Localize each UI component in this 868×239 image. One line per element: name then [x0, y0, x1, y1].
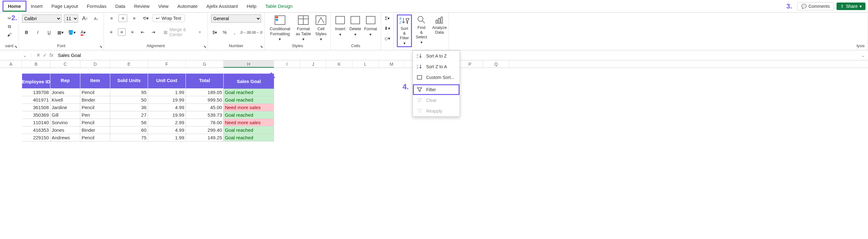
tab-automate[interactable]: Automate: [173, 2, 202, 11]
cell-empty[interactable]: [0, 119, 22, 127]
col-header-E[interactable]: E: [110, 60, 148, 68]
col-header-G[interactable]: G: [186, 60, 224, 68]
fill-button[interactable]: ⬇▾: [383, 25, 392, 32]
format-painter-button[interactable]: 🖌: [5, 31, 14, 38]
collapse-ribbon-button[interactable]: ⌄: [862, 42, 866, 47]
currency-button[interactable]: $▾: [211, 29, 219, 36]
cell-rep[interactable]: Andrews: [51, 134, 80, 141]
header-item[interactable]: Item: [80, 74, 110, 89]
align-bottom-button[interactable]: ≡: [130, 14, 138, 22]
cell-empty[interactable]: [0, 74, 22, 89]
sort-az-item[interactable]: AZ Sort A to Z: [413, 50, 460, 61]
share-button[interactable]: ⇪ Share ▾: [837, 2, 866, 10]
name-box[interactable]: [3, 52, 21, 59]
cell-goal[interactable]: Goal reached: [224, 89, 274, 96]
tab-insert[interactable]: Insert: [27, 2, 47, 11]
cell-goal[interactable]: Need more sales: [224, 104, 274, 111]
align-right-button[interactable]: ≡: [128, 28, 136, 36]
increase-decimal-button[interactable]: .0→.00: [241, 29, 250, 36]
cell-rep[interactable]: Jardine: [51, 104, 80, 111]
cell-cost[interactable]: 4.99: [148, 127, 186, 134]
cell-total[interactable]: 189.05: [186, 89, 224, 96]
tab-formulas[interactable]: Formulas: [82, 2, 111, 11]
cell-empty[interactable]: [0, 89, 22, 96]
font-color-button[interactable]: A▾: [79, 29, 88, 36]
cell-item[interactable]: Pencil: [80, 104, 110, 111]
borders-button[interactable]: ▦▾: [56, 29, 65, 36]
cell-rep[interactable]: Jones: [51, 127, 80, 134]
font-name-select[interactable]: Calibri: [22, 14, 61, 23]
cell-emp-id[interactable]: 229150: [22, 134, 51, 141]
col-header-Q[interactable]: Q: [483, 60, 509, 68]
tab-help[interactable]: Help: [242, 2, 261, 11]
insert-cells-button[interactable]: Insert▾: [334, 14, 346, 37]
align-center-button[interactable]: ≡: [118, 28, 126, 36]
cell-item[interactable]: Binder: [80, 127, 110, 134]
header-sales-goal[interactable]: Sales Goal: [224, 74, 274, 89]
clear-button[interactable]: ◇▾: [383, 35, 392, 42]
analyze-data-button[interactable]: Analyze Data: [431, 14, 448, 35]
col-header-D[interactable]: D: [80, 60, 110, 68]
cell-total[interactable]: 999.50: [186, 96, 224, 104]
cancel-formula-button[interactable]: ✕: [36, 52, 40, 58]
cell-item[interactable]: Pen: [80, 111, 110, 119]
cell-emp-id[interactable]: 416353: [22, 127, 51, 134]
fx-button[interactable]: fx: [50, 53, 53, 58]
cell-sold[interactable]: 95: [110, 89, 148, 96]
cell-cost[interactable]: 19.99: [148, 111, 186, 119]
cell-emp-id[interactable]: 350369: [22, 111, 51, 119]
cell-item[interactable]: Pencil: [80, 134, 110, 141]
col-header-H[interactable]: H: [224, 60, 274, 68]
custom-sort-item[interactable]: Custom Sort...: [413, 72, 460, 83]
cell-rep[interactable]: Gill: [51, 111, 80, 119]
tab-home[interactable]: Home: [2, 1, 27, 12]
col-header-F[interactable]: F: [148, 60, 186, 68]
cell-empty[interactable]: [0, 127, 22, 134]
name-box-chevron[interactable]: ⌄: [23, 53, 27, 58]
header-total[interactable]: Total: [186, 74, 224, 89]
format-as-table-button[interactable]: Format as Table▾: [295, 14, 312, 42]
cell-cost[interactable]: 2.99: [148, 119, 186, 127]
cell-total[interactable]: 539.73: [186, 111, 224, 119]
tab-review[interactable]: Review: [130, 2, 154, 11]
font-size-select[interactable]: 11: [64, 14, 78, 23]
decrease-font-button[interactable]: A↓: [92, 15, 100, 22]
cell-cost[interactable]: 1.99: [148, 89, 186, 96]
decrease-decimal-button[interactable]: .00→.0: [252, 29, 261, 36]
cell-emp-id[interactable]: 139708: [22, 89, 51, 96]
align-left-button[interactable]: ≡: [107, 28, 115, 36]
col-header-P[interactable]: P: [457, 60, 483, 68]
col-header-B[interactable]: B: [22, 60, 51, 68]
alignment-dialog-launcher[interactable]: ⬊: [204, 45, 206, 49]
cell-goal[interactable]: Goal reached: [224, 111, 274, 119]
cell-styles-button[interactable]: Cell Styles▾: [315, 14, 327, 42]
cell-cost[interactable]: 1.99: [148, 134, 186, 141]
cell-sold[interactable]: 75: [110, 134, 148, 141]
comma-button[interactable]: ,: [231, 29, 239, 36]
align-middle-button[interactable]: ≡: [118, 14, 127, 22]
cell-sold[interactable]: 36: [110, 104, 148, 111]
header-unit-cost[interactable]: Unit Cost: [148, 74, 186, 89]
cell-emp-id[interactable]: 110140: [22, 119, 51, 127]
cell-sold[interactable]: 27: [110, 111, 148, 119]
percent-button[interactable]: %: [221, 29, 229, 36]
cell-rep[interactable]: Jones: [51, 89, 80, 96]
col-header-M[interactable]: M: [378, 60, 405, 68]
find-select-button[interactable]: Find & Select▾: [414, 14, 428, 45]
col-header-K[interactable]: K: [326, 60, 352, 68]
tab-view[interactable]: View: [154, 2, 173, 11]
tab-table-design[interactable]: Table Design: [261, 2, 297, 11]
cell-emp-id[interactable]: 361508: [22, 104, 51, 111]
fill-color-button[interactable]: 🪣▾: [67, 29, 76, 36]
cell-sold[interactable]: 50: [110, 96, 148, 104]
col-header-A[interactable]: A: [0, 60, 22, 68]
font-dialog-launcher[interactable]: ⬊: [99, 45, 102, 49]
cell-total[interactable]: 78.00: [186, 119, 224, 127]
cell-item[interactable]: Pencil: [80, 89, 110, 96]
cell-goal[interactable]: Goal reached: [224, 96, 274, 104]
increase-font-button[interactable]: A↑: [81, 15, 89, 22]
wrap-text-button[interactable]: ↩ Wrap Text: [152, 14, 185, 22]
cell-cost[interactable]: 19.99: [148, 96, 186, 104]
italic-button[interactable]: I: [33, 29, 42, 36]
bold-button[interactable]: B: [22, 29, 31, 36]
